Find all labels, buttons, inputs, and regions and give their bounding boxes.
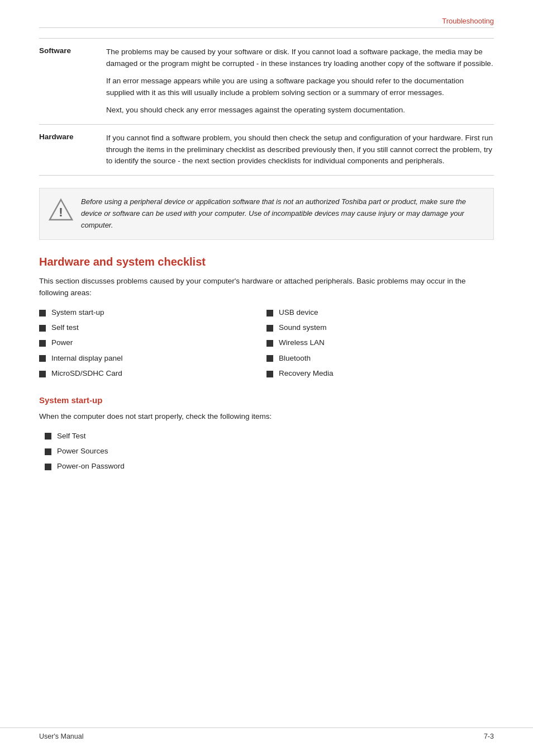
bullet-icon xyxy=(39,310,46,316)
page-header: Troubleshooting xyxy=(39,17,494,28)
bullet-icon xyxy=(266,355,273,362)
checklist-right-col: USB device Sound system Wireless LAN Blu… xyxy=(266,307,494,383)
startup-list: Self Test Power Sources Power-on Passwor… xyxy=(45,431,494,472)
list-item: Power xyxy=(39,337,266,348)
table-row: Hardware If you cannot find a software p… xyxy=(39,125,494,176)
row-label-hardware: Hardware xyxy=(39,133,106,141)
warning-icon: ! xyxy=(49,197,73,222)
table-row: Software The problems may be caused by y… xyxy=(39,39,494,125)
list-item: Internal display panel xyxy=(39,353,266,364)
list-item: Sound system xyxy=(266,322,494,333)
list-item-label: Internal display panel xyxy=(51,353,123,364)
bullet-icon xyxy=(45,464,51,470)
list-item: Wireless LAN xyxy=(266,337,494,348)
list-item: Recovery Media xyxy=(266,368,494,379)
bullet-icon xyxy=(45,448,51,455)
bullet-icon xyxy=(266,371,273,377)
software-para-1: The problems may be caused by your softw… xyxy=(106,46,494,70)
page-footer: User's Manual 7-3 xyxy=(0,727,533,740)
list-item: System start-up xyxy=(39,307,266,318)
bullet-icon xyxy=(39,340,46,347)
svg-text:!: ! xyxy=(59,205,63,219)
checklist-left-col: System start-up Self test Power Internal… xyxy=(39,307,266,383)
row-label-software: Software xyxy=(39,46,106,55)
list-item: MicroSD/SDHC Card xyxy=(39,368,266,379)
system-startup-intro: When the computer does not start properl… xyxy=(39,410,494,423)
list-item: Power-on Password xyxy=(45,461,494,472)
software-para-3: Next, you should check any error message… xyxy=(106,105,494,116)
bullet-icon xyxy=(266,325,273,332)
bullet-icon xyxy=(266,340,273,347)
header-label: Troubleshooting xyxy=(442,17,494,25)
warning-box: ! Before using a peripheral device or ap… xyxy=(39,188,494,239)
hardware-checklist-intro: This section discusses problems caused b… xyxy=(39,275,494,299)
list-item-label: Recovery Media xyxy=(279,368,334,379)
list-item: Self Test xyxy=(45,431,494,442)
list-item-label: Self test xyxy=(51,322,79,333)
list-item-label: Power xyxy=(51,337,73,348)
list-item-label: Power-on Password xyxy=(57,461,125,472)
list-item-label: USB device xyxy=(279,307,318,318)
list-item-label: Self Test xyxy=(57,431,86,442)
bullet-icon xyxy=(39,355,46,362)
system-startup-heading: System start-up xyxy=(39,395,494,405)
footer-right: 7-3 xyxy=(484,733,494,740)
list-item: Bluetooth xyxy=(266,353,494,364)
list-item-label: MicroSD/SDHC Card xyxy=(51,368,122,379)
row-content-software: The problems may be caused by your softw… xyxy=(106,46,494,116)
list-item: USB device xyxy=(266,307,494,318)
bullet-icon xyxy=(266,310,273,316)
checklist-columns: System start-up Self test Power Internal… xyxy=(39,307,494,383)
software-para-2: If an error message appears while you ar… xyxy=(106,75,494,99)
list-item-label: Wireless LAN xyxy=(279,337,325,348)
bullet-icon xyxy=(39,325,46,332)
list-item-label: Bluetooth xyxy=(279,353,311,364)
content-table: Software The problems may be caused by y… xyxy=(39,38,494,176)
list-item-label: System start-up xyxy=(51,307,104,318)
list-item: Self test xyxy=(39,322,266,333)
list-item: Power Sources xyxy=(45,446,494,457)
footer-left: User's Manual xyxy=(39,733,84,740)
row-content-hardware: If you cannot find a software problem, y… xyxy=(106,133,494,168)
hardware-para-1: If you cannot find a software problem, y… xyxy=(106,133,494,168)
bullet-icon xyxy=(45,433,51,440)
warning-text: Before using a peripheral device or appl… xyxy=(81,196,484,231)
bullet-icon xyxy=(39,371,46,377)
hardware-checklist-heading: Hardware and system checklist xyxy=(39,256,494,268)
list-item-label: Power Sources xyxy=(57,446,108,457)
list-item-label: Sound system xyxy=(279,322,327,333)
